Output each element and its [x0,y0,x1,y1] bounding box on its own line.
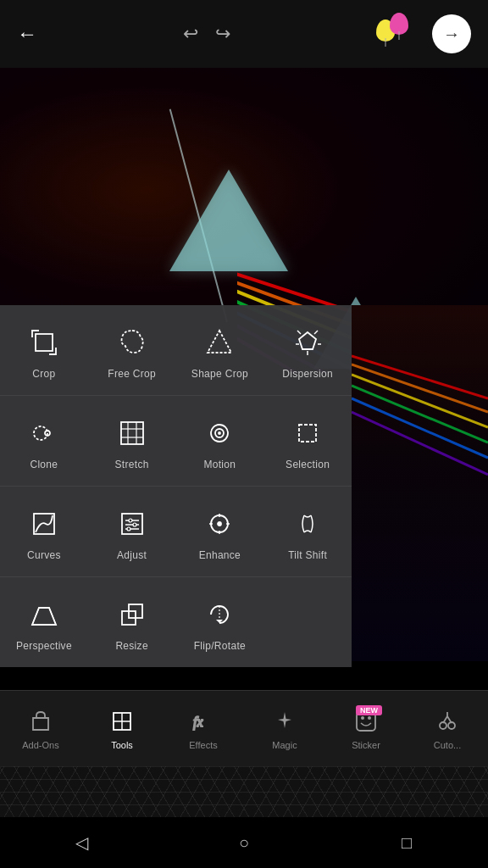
tool-adjust-label: Adjust [117,549,147,561]
balloon-pink-icon [390,13,408,35]
flip-rotate-icon [201,596,238,633]
svg-line-0 [352,356,488,398]
tools-row-3: Curves Adjust [0,487,352,576]
svg-point-30 [129,519,132,522]
svg-line-3 [352,386,488,442]
tool-stretch-label: Stretch [115,459,149,470]
tool-curves-label: Curves [27,549,61,561]
tool-perspective[interactable]: Perspective [0,584,88,660]
tool-tilt-shift[interactable]: Tilt Shift [263,493,352,570]
tool-shape-crop-label: Shape Crop [191,368,248,380]
svg-point-23 [219,432,220,434]
tools-row-4: Perspective Resize Flip/Rotate [0,577,352,667]
svg-text:fx: fx [193,715,203,730]
new-badge: NEW [356,705,382,715]
nav-magic-label: Magic [272,740,297,750]
back-button[interactable]: ← [17,22,37,46]
top-bar: ← ↩ ↪ → [0,0,488,68]
tool-clone-label: Clone [30,459,58,470]
stretch-icon [114,415,151,452]
tool-empty [263,584,352,660]
svg-line-9 [297,331,301,334]
tool-free-crop[interactable]: Free Crop [88,312,176,388]
tool-enhance[interactable]: Enhance [176,493,264,570]
tool-selection-label: Selection [286,459,330,470]
tool-perspective-label: Perspective [16,640,72,652]
scissors-icon [433,707,462,736]
bag-icon [26,707,55,736]
svg-rect-6 [36,334,53,351]
nav-add-ons-label: Add-Ons [22,740,58,750]
sys-home-icon: ○ [239,833,249,853]
perspective-icon [25,596,63,633]
sys-back-button[interactable]: ◁ [60,821,103,864]
enhance-icon [201,505,238,542]
sys-recent-icon: □ [402,833,412,853]
nav-magic[interactable]: Magic [244,707,325,750]
nav-effects[interactable]: fx Effects [163,707,244,750]
tool-tilt-shift-label: Tilt Shift [288,549,327,561]
free-crop-icon [114,324,151,361]
undo-button[interactable]: ↩ [183,23,198,45]
svg-point-51 [361,716,364,720]
tool-selection[interactable]: Selection [263,403,352,479]
sys-recent-button[interactable]: □ [385,821,428,864]
nav-tools-label: Tools [111,740,133,750]
svg-marker-8 [299,332,316,349]
nav-tools[interactable]: Tools [81,707,163,750]
svg-point-53 [440,722,446,729]
tool-crop-label: Crop [32,368,55,380]
next-arrow-icon: → [443,25,460,44]
svg-line-40 [32,608,39,625]
tool-motion[interactable]: Motion [176,403,264,479]
nav-effects-label: Effects [189,740,217,750]
tool-dispersion-label: Dispersion [282,368,333,380]
tool-flip-rotate[interactable]: Flip/Rotate [176,584,264,660]
svg-point-31 [133,523,136,526]
redo-button[interactable]: ↪ [215,23,230,45]
adjust-icon [114,505,151,542]
clone-icon [25,415,63,452]
system-navigation-bar: ◁ ○ □ [0,817,488,868]
svg-rect-24 [299,425,316,442]
undo-icon: ↩ [183,23,198,45]
svg-line-5 [352,412,488,475]
back-arrow-icon: ← [17,22,37,46]
motion-icon [201,415,238,452]
resize-icon [114,596,151,633]
balloons-decoration [376,13,419,55]
tool-stretch[interactable]: Stretch [88,403,176,479]
tool-shape-crop[interactable]: Shape Crop [176,312,264,388]
nav-sticker[interactable]: NEW Sticker [325,707,407,750]
tool-flip-rotate-label: Flip/Rotate [194,640,246,652]
svg-marker-7 [208,331,231,353]
nav-sticker-label: Sticker [352,740,380,750]
tool-clone[interactable]: Clone [0,403,88,479]
next-button[interactable]: → [432,14,471,53]
svg-point-52 [368,716,371,720]
svg-line-41 [49,608,56,625]
tool-crop[interactable]: Crop [0,312,88,388]
nav-cutout[interactable]: Cuto... [407,707,488,750]
tool-resize[interactable]: Resize [88,584,176,660]
svg-line-10 [314,331,318,334]
tool-curves[interactable]: Curves [0,493,88,570]
svg-line-4 [352,398,488,458]
curves-icon [25,505,63,542]
tools-row-2: Clone Stretch Mo [0,396,352,486]
sys-home-button[interactable]: ○ [223,821,265,864]
hex-pattern-bg [0,766,488,817]
sparkle-icon [270,707,299,736]
pattern-area [0,766,488,817]
redo-icon: ↪ [215,23,230,45]
svg-point-54 [448,722,455,729]
dispersion-icon [289,324,326,361]
nav-add-ons[interactable]: Add-Ons [0,707,81,750]
tool-resize-label: Resize [115,640,147,652]
tilt-shift-icon [289,505,326,542]
nav-cutout-label: Cuto... [434,740,461,750]
tool-adjust[interactable]: Adjust [88,493,176,570]
selection-icon [289,415,326,452]
tool-dispersion[interactable]: Dispersion [263,312,352,388]
tool-enhance-label: Enhance [199,549,241,561]
